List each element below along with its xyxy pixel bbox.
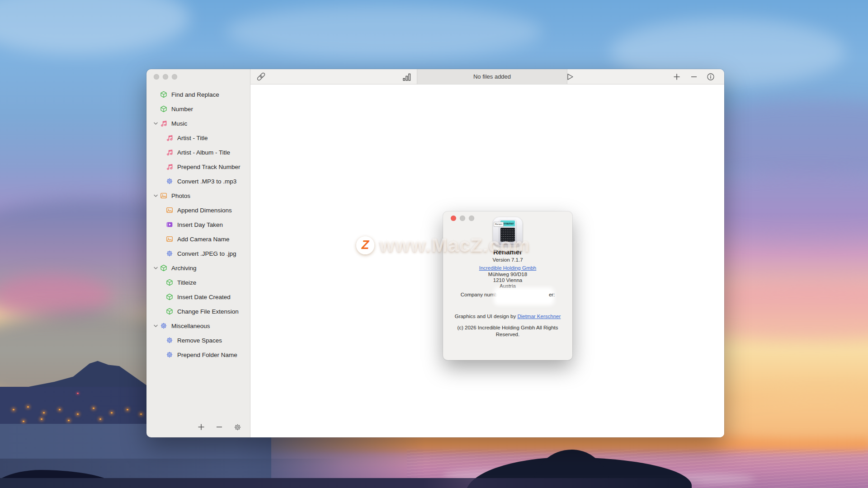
gear-icon — [166, 337, 173, 344]
sidebar-item-label: Number — [171, 106, 193, 113]
sidebar-item-label: Insert Day Taken — [177, 221, 223, 228]
stats-icon[interactable] — [402, 69, 412, 84]
photo-icon — [160, 192, 167, 199]
photo-icon — [166, 235, 173, 243]
sidebar-item-photos[interactable]: Photos — [146, 188, 250, 203]
sidebar-item-artist-title[interactable]: Artist - Title — [146, 131, 250, 145]
add-icon[interactable] — [672, 69, 681, 84]
sidebar-item-add-camera-name[interactable]: Add Camera Name — [146, 232, 250, 246]
credit-text: Graphics and UI design by — [455, 314, 518, 319]
desktop-wallpaper: Find and ReplaceNumberMusicArtist - Titl… — [0, 0, 868, 488]
address-line: Austria — [500, 283, 516, 289]
sidebar-item-label: Find and Replace — [171, 91, 219, 98]
film-icon — [166, 221, 173, 228]
sidebar-item-label: Insert Date Created — [177, 294, 231, 300]
sidebar-item-insert-day-taken[interactable]: Insert Day Taken — [146, 217, 250, 232]
sidebar-item-music[interactable]: Music — [146, 116, 250, 131]
sidebar-item-label: Artist - Title — [177, 135, 208, 141]
app-name: Renamer — [493, 248, 522, 256]
link-icon[interactable] — [255, 69, 266, 84]
remove-preset-button[interactable] — [213, 421, 225, 433]
sidebar-item-prepend-track-number[interactable]: Prepend Track Number — [146, 160, 250, 174]
version-label: Version 7.1.7 — [492, 257, 523, 263]
sidebar-item-label: Prepend Folder Name — [177, 352, 237, 358]
sidebar-item-titleize[interactable]: Titleize — [146, 275, 250, 290]
minimize-button[interactable] — [163, 74, 168, 80]
company-number-row: Company number: — [461, 292, 555, 303]
cube-icon — [166, 308, 173, 315]
cube-icon — [160, 91, 167, 98]
toolbar: No files added — [250, 69, 724, 84]
add-preset-button[interactable] — [195, 421, 207, 433]
info-icon[interactable] — [706, 69, 715, 84]
sidebar-item-label: Music — [171, 120, 187, 127]
sidebar-item-label: Miscellaneous — [171, 323, 210, 329]
cube-icon — [160, 264, 167, 272]
disclosure-chevron-icon[interactable] — [151, 266, 160, 271]
music-icon — [166, 134, 173, 141]
sidebar-item-label: Add Camera Name — [177, 236, 230, 243]
company-link[interactable]: Incredible Holding Gmbh — [479, 265, 537, 271]
sidebar-item-miscellaneous[interactable]: Miscellaneous — [146, 319, 250, 333]
gear-icon — [166, 351, 173, 358]
sidebar-item-label: Change File Extension — [177, 308, 239, 315]
sidebar-item-archiving[interactable]: Archiving — [146, 261, 250, 275]
window-controls — [154, 74, 177, 80]
zoom-button[interactable] — [172, 74, 177, 80]
disclosure-chevron-icon[interactable] — [151, 324, 160, 328]
sidebar-item-insert-date-created[interactable]: Insert Date Created — [146, 290, 250, 304]
remove-icon[interactable] — [689, 69, 698, 84]
gear-icon — [166, 178, 173, 185]
sidebar-item-label: Convert .MP3 to .mp3 — [177, 178, 236, 185]
play-icon[interactable] — [566, 69, 575, 84]
sidebar-item-convert-jpeg-to-jpg[interactable]: Convert .JPEG to .jpg — [146, 246, 250, 261]
disclosure-chevron-icon[interactable] — [151, 121, 160, 126]
renamer-main-window: Find and ReplaceNumberMusicArtist - Titl… — [146, 69, 724, 437]
music-icon — [160, 120, 167, 127]
sidebar-item-append-dimensions[interactable]: Append Dimensions — [146, 203, 250, 217]
sidebar-item-label: Photos — [171, 192, 190, 199]
music-icon — [166, 149, 173, 156]
icon-label-tape: Renam — [494, 222, 504, 227]
sidebar-item-label: Append Dimensions — [177, 207, 232, 214]
address-line: 1210 Vienna — [493, 277, 522, 283]
company-number-prefix: Company numb — [461, 292, 497, 298]
sidebar-item-label: Titleize — [177, 279, 196, 286]
files-status: No files added — [417, 69, 567, 84]
address-line: Mühlweg 90/D18 — [488, 272, 527, 277]
cloud — [226, 5, 542, 59]
cube-icon — [166, 293, 173, 300]
sidebar-item-prepend-folder-name[interactable]: Prepend Folder Name — [146, 347, 250, 362]
sidebar-item-label: Remove Spaces — [177, 337, 222, 344]
sidebar-item-remove-spaces[interactable]: Remove Spaces — [146, 333, 250, 347]
sidebar-item-label: Artist - Album - Title — [177, 149, 230, 156]
music-icon — [166, 163, 173, 170]
sidebar-item-number[interactable]: Number — [146, 102, 250, 116]
photo-icon — [166, 206, 173, 214]
about-content: Renamer Renam Renamer Version 7.1.7 Incr… — [443, 217, 572, 338]
preset-settings-button[interactable] — [231, 421, 243, 433]
sidebar-item-artist-album-title[interactable]: Artist - Album - Title — [146, 145, 250, 160]
disclosure-chevron-icon[interactable] — [151, 193, 160, 198]
gear-icon — [160, 322, 167, 329]
redacted-blur-box — [496, 290, 552, 303]
cloud — [0, 0, 190, 54]
sidebar-item-change-file-extension[interactable]: Change File Extension — [146, 304, 250, 319]
sidebar-item-convert-mp3-to-mp3[interactable]: Convert .MP3 to .mp3 — [146, 174, 250, 188]
icon-keyboard — [500, 228, 515, 242]
app-icon: Renamer Renam — [493, 217, 523, 247]
design-credit-row: Graphics and UI design by Dietmar Kersch… — [455, 314, 561, 319]
sidebar-item-label: Convert .JPEG to .jpg — [177, 250, 236, 257]
sidebar-item-find-and-replace[interactable]: Find and Replace — [146, 87, 250, 102]
about-dialog: Renamer Renam Renamer Version 7.1.7 Incr… — [443, 211, 572, 360]
sidebar-footer — [146, 421, 250, 434]
cube-icon — [166, 279, 173, 286]
close-button[interactable] — [154, 74, 159, 80]
presets-sidebar: Find and ReplaceNumberMusicArtist - Titl… — [146, 69, 250, 437]
sidebar-item-label: Archiving — [171, 265, 197, 272]
designer-link[interactable]: Dietmar Kerschner — [517, 314, 561, 319]
preset-list: Find and ReplaceNumberMusicArtist - Titl… — [146, 87, 250, 362]
cube-icon — [160, 105, 167, 113]
labelmaker-illustration: Renamer Renam — [499, 219, 516, 244]
company-number-suffix: er: — [549, 292, 555, 298]
